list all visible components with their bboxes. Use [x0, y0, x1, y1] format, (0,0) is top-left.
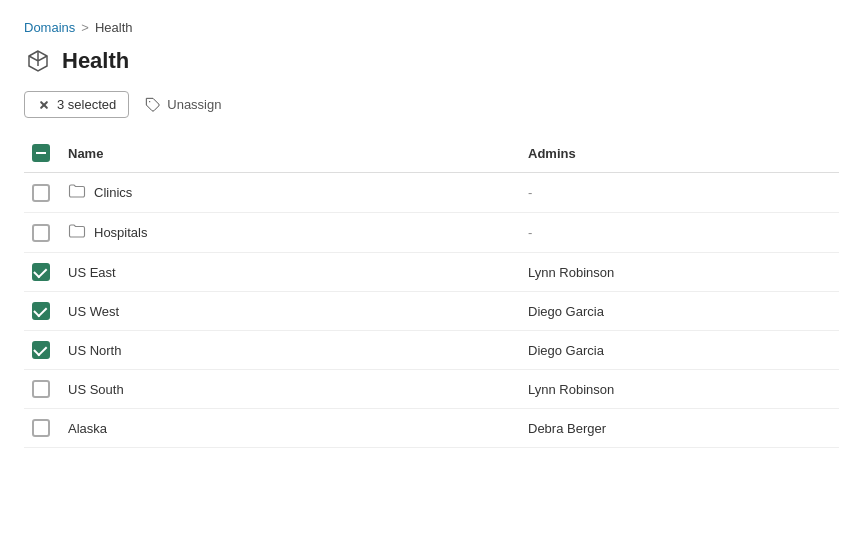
breadcrumb: Domains > Health — [24, 20, 839, 35]
unassign-button[interactable]: Unassign — [137, 92, 229, 118]
table-row: US WestDiego Garcia — [24, 292, 839, 331]
row-checkbox[interactable] — [32, 184, 50, 202]
col-header-admins: Admins — [520, 134, 839, 173]
row-checkbox-cell — [24, 253, 60, 292]
row-admins-cell: Diego Garcia — [520, 331, 839, 370]
row-admins-cell: - — [520, 173, 839, 213]
header-checkbox[interactable] — [32, 144, 50, 162]
toolbar: 3 selected Unassign — [24, 91, 839, 118]
table-row: US SouthLynn Robinson — [24, 370, 839, 409]
row-name-cell: Clinics — [60, 173, 520, 213]
row-name-cell: US West — [60, 292, 520, 331]
row-admins-cell: - — [520, 213, 839, 253]
row-checkbox-cell — [24, 173, 60, 213]
breadcrumb-current: Health — [95, 20, 133, 35]
row-checkbox[interactable] — [32, 302, 50, 320]
row-name: US East — [68, 265, 116, 280]
table-header-row: Name Admins — [24, 134, 839, 173]
selected-count-button[interactable]: 3 selected — [24, 91, 129, 118]
row-admins-cell: Lynn Robinson — [520, 370, 839, 409]
row-checkbox-cell — [24, 370, 60, 409]
table-row: Clinics- — [24, 173, 839, 213]
row-admins-cell: Lynn Robinson — [520, 253, 839, 292]
table-row: Hospitals- — [24, 213, 839, 253]
row-admins: Diego Garcia — [528, 304, 604, 319]
row-admins: Debra Berger — [528, 421, 606, 436]
breadcrumb-separator: > — [81, 20, 89, 35]
row-checkbox-cell — [24, 331, 60, 370]
unassign-label: Unassign — [167, 97, 221, 112]
table-row: AlaskaDebra Berger — [24, 409, 839, 448]
row-admins: Lynn Robinson — [528, 382, 614, 397]
page-title: Health — [62, 48, 129, 74]
domain-icon — [24, 47, 52, 75]
row-name: US West — [68, 304, 119, 319]
folder-icon — [68, 183, 86, 202]
row-name-cell: US South — [60, 370, 520, 409]
selected-count-label: 3 selected — [57, 97, 116, 112]
unassign-icon — [145, 97, 161, 113]
row-admins: - — [528, 225, 532, 240]
row-name: Clinics — [94, 185, 132, 200]
row-name: Alaska — [68, 421, 107, 436]
row-name-cell: Alaska — [60, 409, 520, 448]
row-checkbox[interactable] — [32, 419, 50, 437]
header-checkbox-cell — [24, 134, 60, 173]
row-checkbox-cell — [24, 292, 60, 331]
row-admins-cell: Debra Berger — [520, 409, 839, 448]
table-body: Clinics- Hospitals-US EastLynn RobinsonU… — [24, 173, 839, 448]
row-name: Hospitals — [94, 225, 147, 240]
row-checkbox[interactable] — [32, 380, 50, 398]
row-checkbox[interactable] — [32, 341, 50, 359]
row-name-cell: Hospitals — [60, 213, 520, 253]
row-admins-cell: Diego Garcia — [520, 292, 839, 331]
row-name-cell: US East — [60, 253, 520, 292]
row-name: US North — [68, 343, 121, 358]
table-row: US NorthDiego Garcia — [24, 331, 839, 370]
row-admins: Diego Garcia — [528, 343, 604, 358]
page-header: Health — [24, 47, 839, 75]
row-checkbox-cell — [24, 409, 60, 448]
row-admins: - — [528, 185, 532, 200]
breadcrumb-parent[interactable]: Domains — [24, 20, 75, 35]
domains-table: Name Admins Clinics- Hospitals-US EastLy… — [24, 134, 839, 448]
row-checkbox[interactable] — [32, 224, 50, 242]
folder-icon — [68, 223, 86, 242]
row-name-cell: US North — [60, 331, 520, 370]
row-name: US South — [68, 382, 124, 397]
clear-selection-icon — [37, 98, 51, 112]
row-checkbox-cell — [24, 213, 60, 253]
col-header-name: Name — [60, 134, 520, 173]
row-admins: Lynn Robinson — [528, 265, 614, 280]
row-checkbox[interactable] — [32, 263, 50, 281]
table-row: US EastLynn Robinson — [24, 253, 839, 292]
